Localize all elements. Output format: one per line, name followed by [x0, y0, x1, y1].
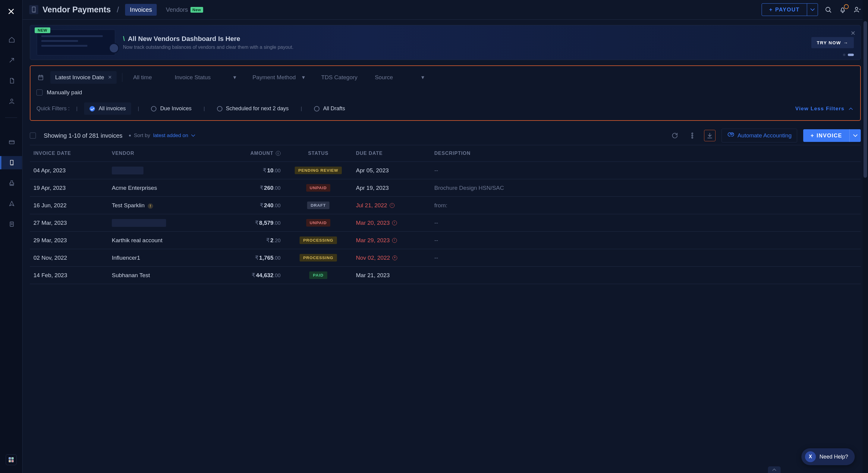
- calendar-icon[interactable]: [36, 73, 45, 82]
- tab-vendors[interactable]: Vendors New: [161, 4, 208, 16]
- slash-icon: \: [123, 35, 125, 43]
- banner-close[interactable]: ✕: [850, 30, 856, 37]
- download-button[interactable]: [704, 130, 715, 141]
- warning-icon[interactable]: !: [148, 203, 153, 209]
- date-range-select[interactable]: All time: [128, 71, 164, 84]
- source-select[interactable]: Source▾: [370, 71, 430, 84]
- table-row[interactable]: 14 Feb, 2023Subhanan Test₹44,632.00PAIDM…: [30, 266, 861, 284]
- search-icon[interactable]: [824, 5, 832, 14]
- scrollbar-thumb[interactable]: [864, 21, 867, 178]
- banner-pagination[interactable]: [843, 54, 854, 56]
- tab-invoices[interactable]: Invoices: [125, 4, 157, 16]
- svg-rect-4: [12, 458, 13, 460]
- info-icon[interactable]: i: [276, 151, 281, 156]
- col-due[interactable]: DUE DATE: [356, 151, 434, 156]
- new-badge: New: [190, 7, 203, 13]
- nav-stamp[interactable]: [0, 177, 22, 190]
- invoice-status-label: Invoice Status: [175, 74, 211, 81]
- col-vendor[interactable]: VENDOR: [112, 151, 214, 156]
- col-status[interactable]: STATUS: [281, 151, 356, 156]
- collapse-handle[interactable]: [768, 466, 781, 473]
- payout-caret[interactable]: [807, 4, 818, 16]
- cell-status: UNPAID: [281, 219, 356, 226]
- banner-subtext: Now track outstanding balances of vendor…: [123, 44, 804, 50]
- apps-button[interactable]: [6, 454, 17, 465]
- cell-vendor: [112, 167, 214, 175]
- invoice-status-select[interactable]: Invoice Status▾: [169, 71, 242, 84]
- new-invoice-button[interactable]: +INVOICE: [803, 129, 861, 142]
- banner-new-chip: NEW: [35, 27, 50, 33]
- refresh-button[interactable]: [669, 130, 681, 141]
- user-menu[interactable]: [853, 5, 861, 14]
- date-filter-chip[interactable]: Latest Invoice Date ✕: [50, 71, 117, 84]
- promo-banner: NEW \All New Vendors Dashboard Is Here N…: [30, 25, 861, 60]
- try-now-button[interactable]: TRY NOW→: [811, 37, 854, 48]
- dot-icon: [129, 135, 131, 136]
- cell-due: Mar 29, 2023: [356, 237, 434, 244]
- nav-contacts[interactable]: [0, 95, 22, 108]
- table-row[interactable]: 02 Nov, 2022Influencer1₹1,765.00PROCESSI…: [30, 249, 861, 266]
- cell-date: 29 Mar, 2023: [33, 237, 112, 244]
- payout-button[interactable]: +PAYOUT: [762, 3, 818, 16]
- quick-filter-drafts[interactable]: All Drafts: [309, 102, 350, 115]
- cell-description: --: [434, 220, 857, 226]
- scrollbar[interactable]: [863, 0, 868, 473]
- cell-status: UNPAID: [281, 184, 356, 192]
- clock-icon: [390, 203, 395, 208]
- help-label: Need Help?: [819, 454, 848, 460]
- nav-document[interactable]: [0, 74, 22, 87]
- cell-amount: ₹44,632.00: [214, 272, 281, 279]
- banner-thumbnail: NEW: [37, 30, 115, 56]
- nav-location[interactable]: [0, 197, 22, 210]
- table-row[interactable]: 16 Jun, 2022Test Sparklin!₹240.00DRAFTJu…: [30, 197, 861, 214]
- automate-accounting-button[interactable]: Automate Accounting: [721, 129, 798, 143]
- nav-home[interactable]: [0, 33, 22, 46]
- manually-paid-checkbox[interactable]: [36, 90, 42, 95]
- col-desc[interactable]: DESCRIPTION: [434, 151, 857, 156]
- payment-method-select[interactable]: Payment Method▾: [247, 71, 310, 84]
- clear-date-filter[interactable]: ✕: [108, 74, 112, 80]
- radio-icon: [151, 106, 156, 112]
- cell-date: 02 Nov, 2022: [33, 255, 112, 261]
- table-row[interactable]: 19 Apr, 2023Acme Enterprises₹260.00UNPAI…: [30, 179, 861, 197]
- page-header: Vendor Payments / Invoices Vendors New +…: [23, 0, 868, 20]
- new-invoice-caret[interactable]: [849, 129, 861, 142]
- table-header: INVOICE DATE VENDOR AMOUNTi STATUS DUE D…: [30, 145, 861, 162]
- quick-filter-due[interactable]: Due Invoices: [146, 102, 197, 115]
- tds-category-select[interactable]: TDS Category: [316, 71, 364, 84]
- select-all-checkbox[interactable]: [30, 132, 36, 138]
- notifications-icon[interactable]: [838, 5, 847, 14]
- help-bubble[interactable]: X Need Help?: [801, 448, 855, 465]
- more-menu[interactable]: [687, 130, 698, 141]
- brand-logo[interactable]: [5, 5, 17, 18]
- svg-rect-2: [10, 222, 13, 226]
- plus-icon: +: [769, 7, 773, 13]
- page-icon: [29, 5, 38, 14]
- quick-filter-scheduled[interactable]: Scheduled for next 2 days: [212, 102, 294, 115]
- view-less-filters[interactable]: View Less Filters: [795, 105, 854, 112]
- cell-amount: ₹1,765.00: [214, 254, 281, 261]
- banner-heading: All New Vendors Dashboard Is Here: [128, 35, 240, 43]
- sort-by[interactable]: Sort by latest added on: [129, 132, 196, 139]
- cell-amount: ₹260.00: [214, 184, 281, 191]
- status-badge: PENDING REVIEW: [295, 167, 342, 174]
- help-avatar: X: [805, 451, 816, 462]
- col-date[interactable]: INVOICE DATE: [33, 151, 112, 156]
- nav-reports[interactable]: [0, 218, 22, 231]
- status-badge: PAID: [309, 272, 327, 279]
- col-amount[interactable]: AMOUNTi: [214, 151, 281, 156]
- table-row[interactable]: 04 Apr, 2023 ₹10.00PENDING REVIEWApr 05,…: [30, 162, 861, 179]
- nav-send[interactable]: [0, 54, 22, 67]
- source-label: Source: [375, 74, 393, 81]
- table-row[interactable]: 29 Mar, 2023Karthik real account₹2.20PRO…: [30, 232, 861, 249]
- clock-icon: [393, 255, 397, 260]
- nav-invoices[interactable]: [0, 156, 22, 169]
- side-rail: [0, 0, 23, 473]
- nav-card[interactable]: [0, 135, 22, 149]
- cell-date: 16 Jun, 2022: [33, 202, 112, 209]
- status-badge: PROCESSING: [300, 254, 337, 261]
- quick-filter-all[interactable]: All invoices: [84, 102, 131, 115]
- table-row[interactable]: 27 Mar, 2023 ₹8,579.00UNPAIDMar 20, 2023…: [30, 214, 861, 232]
- svg-point-12: [692, 137, 693, 138]
- chevron-down-icon: ▾: [421, 74, 424, 81]
